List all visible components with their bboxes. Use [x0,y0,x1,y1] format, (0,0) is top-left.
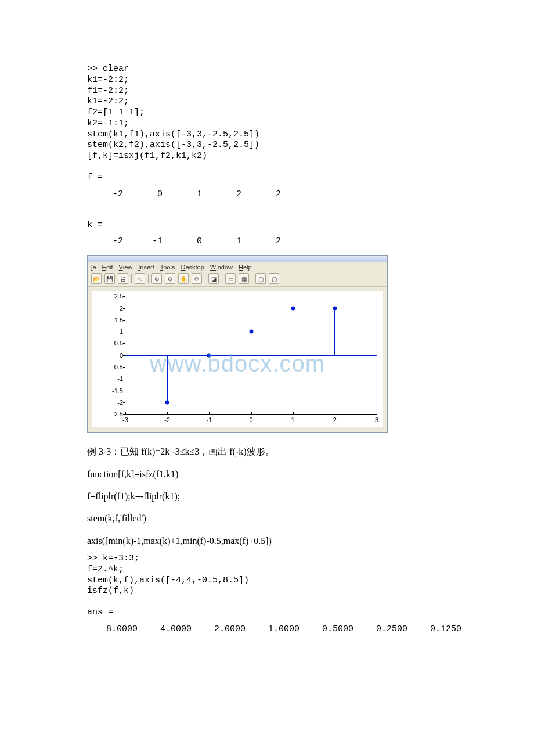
stem-line [251,332,252,355]
x-tick-label: 2 [333,416,337,423]
zoom-out-icon[interactable]: ⊖ [165,273,175,284]
y-tick-mark [123,320,125,321]
x-tick-mark [167,412,168,415]
plot-area: -2.5-2-1.5-1-0.500.511.522.5-3-2-10123 w… [92,291,383,427]
value: 1 [224,236,241,246]
figure-window: le Edit View Insert Tools Desktop Window… [87,255,388,433]
y-tick-mark [123,332,125,332]
value: 2.0000 [214,624,246,634]
menu-view[interactable]: View [119,264,133,271]
menu-edit[interactable]: Edit [102,264,113,271]
function-line-2: stem(k,f,'filled') [87,510,447,527]
value: 4.0000 [160,624,192,634]
value: -1 [145,236,163,246]
x-tick-mark [377,412,377,415]
stem-line [334,308,335,355]
datatip-icon[interactable]: ◪ [208,273,219,284]
y-tick-label: -1 [106,375,123,382]
y-tick-label: -1.5 [106,387,123,394]
value: 1 [185,189,202,199]
y-tick-label: -2 [106,399,123,406]
stem-marker [207,353,211,357]
y-tick-mark [123,308,125,309]
menu-tools[interactable]: Tools [160,264,175,271]
y-tick-label: -2.5 [106,411,123,417]
value: 0 [145,189,163,199]
stem-line [293,308,294,355]
value: 2 [264,236,281,246]
menu-insert[interactable]: Insert [138,264,154,271]
y-tick-label: 0.5 [106,340,123,347]
x-tick-label: 1 [291,416,295,423]
x-tick-mark [251,412,252,415]
save-icon[interactable]: 💾 [104,273,115,284]
y-tick-mark [123,296,125,297]
pan-icon[interactable]: ✋ [178,273,189,284]
var-ans-label: ans = [87,607,447,618]
subplot-icon[interactable]: ▢ [269,273,279,284]
var-k-values: -2 -1 0 1 2 [87,236,447,246]
x-tick-label: -2 [164,416,170,423]
matlab-input-2: >> k=-3:3; f=2.^k; stem(k,f),axis([-4,4,… [87,553,447,597]
separator [148,274,149,283]
pointer-icon[interactable]: ↖ [135,273,145,284]
stem-marker [291,306,295,310]
x-tick-label: 3 [375,416,378,423]
menu-window[interactable]: Window [210,264,233,271]
function-line-3: axis([min(k)-1,max(k)+1,min(f)-0.5,max(f… [87,532,447,550]
x-tick-mark [293,412,294,415]
x-tick-label: -3 [122,416,128,423]
y-tick-label: -0.5 [106,363,123,370]
page: >> clear k1=-2:2; f1=-2:2; k1=-2:2; f2=[… [0,0,534,756]
value: -2 [106,236,123,246]
separator [222,274,222,283]
separator [252,274,252,283]
function-line-1: f=fliplr(f1);k=-fliplr(k1); [87,488,447,505]
print-icon[interactable]: 🖨 [118,273,128,284]
colorbar-icon[interactable]: ▭ [225,273,236,284]
y-tick-mark [123,343,125,344]
value: 0.5000 [322,624,353,634]
separator [131,274,132,283]
var-ans-values: 8.0000 4.0000 2.0000 1.0000 0.5000 0.250… [87,624,447,634]
value: 2 [264,189,281,199]
rotate-icon[interactable]: ⟳ [192,273,202,284]
stem-line [167,355,168,402]
function-def: function[f,k]=isfz(f1,k1) [87,466,447,483]
x-tick-label: 0 [249,416,252,423]
var-k-label: k = [87,220,447,231]
y-tick-mark [123,379,125,379]
menubar: le Edit View Insert Tools Desktop Window… [88,262,387,272]
toolbar: 📂 💾 🖨 ↖ ⊕ ⊖ ✋ ⟳ ◪ ▭ ▦ ▢ ▢ [88,272,387,287]
axes: -2.5-2-1.5-1-0.500.511.522.5-3-2-10123 [125,296,377,415]
value: 0.2500 [376,624,407,634]
y-tick-mark [123,402,125,403]
y-tick-label: 2 [106,305,123,312]
baseline [125,355,377,356]
y-tick-label: 1 [106,328,123,335]
value: 0 [185,236,202,246]
zoom-in-icon[interactable]: ⊕ [151,273,162,284]
y-tick-mark [123,391,125,391]
y-tick-label: 2.5 [106,293,123,300]
value: 8.0000 [106,624,138,634]
menu-file[interactable]: le [91,264,96,271]
open-icon[interactable]: 📂 [91,273,102,284]
x-tick-mark [335,412,335,415]
legend-icon[interactable]: ▦ [239,273,249,284]
value: -2 [106,189,123,199]
value: 2 [224,189,241,199]
value: 1.0000 [268,624,300,634]
menu-desktop[interactable]: Desktop [181,264,204,271]
separator [205,274,205,283]
x-tick-mark [209,412,210,415]
stem-marker [333,306,337,310]
dock-icon[interactable]: ▢ [255,273,266,284]
menu-help[interactable]: Help [239,264,252,271]
titlebar [88,256,387,262]
y-tick-label: 1.5 [106,316,123,323]
x-tick-label: -1 [206,416,212,423]
value: 0.1250 [430,624,461,634]
y-tick-mark [123,367,125,368]
var-f-values: -2 0 1 2 2 [87,189,447,199]
